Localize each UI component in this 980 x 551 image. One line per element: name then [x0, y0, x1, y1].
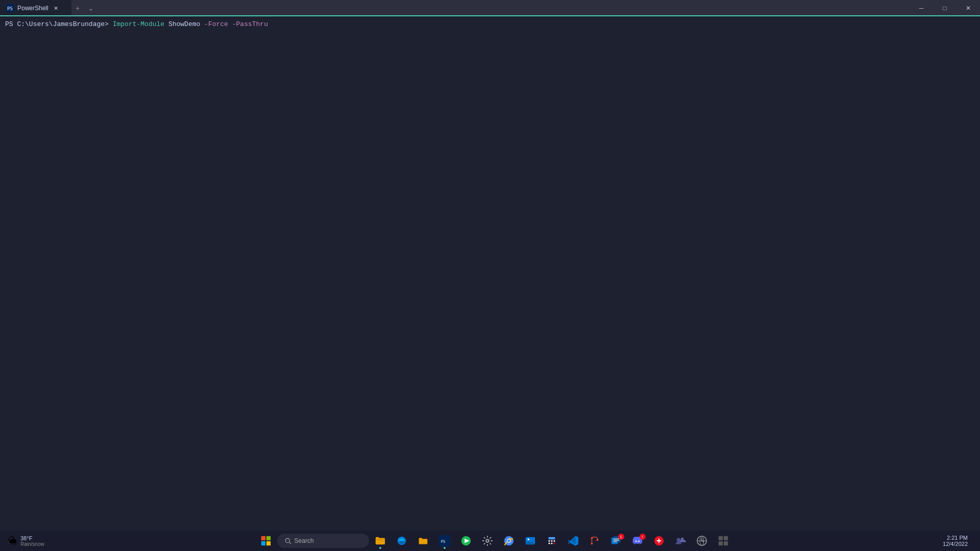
window-controls: ─ □ ✕ — [910, 0, 980, 16]
app-store-button[interactable] — [713, 532, 733, 550]
svg-point-29 — [596, 539, 598, 541]
svg-rect-43 — [723, 541, 727, 545]
weather-widget[interactable]: 🌦 38°F Rain/snow — [4, 535, 50, 547]
maximize-button[interactable]: □ — [933, 0, 957, 16]
active-tab[interactable]: PS PowerShell ✕ — [0, 0, 71, 16]
svg-rect-25 — [551, 543, 552, 544]
svg-rect-3 — [266, 536, 270, 540]
edge-browser-button[interactable] — [391, 532, 412, 550]
vscode-button[interactable] — [563, 532, 583, 550]
discord-button[interactable]: ! — [627, 532, 648, 550]
svg-rect-20 — [548, 537, 555, 540]
calculator-button[interactable] — [542, 532, 562, 550]
file-explorer-active-dot — [379, 547, 381, 549]
command-params: -Force -PassThru — [200, 20, 268, 28]
search-bar[interactable]: Search — [277, 534, 369, 548]
weather-temperature: 38°F — [20, 535, 44, 541]
outlook-badge: 1 — [618, 534, 624, 540]
active-tab-indicator — [0, 15, 980, 16]
file-explorer-button[interactable] — [370, 532, 390, 550]
svg-point-32 — [635, 541, 636, 542]
terminal-active-dot — [444, 547, 446, 549]
svg-rect-24 — [548, 543, 550, 544]
svg-rect-41 — [723, 536, 727, 540]
powershell-tab-icon: PS — [6, 4, 14, 12]
command-argument: ShowDemo — [164, 20, 200, 28]
chrome-browser-button[interactable] — [499, 532, 519, 550]
minimize-button[interactable]: ─ — [910, 0, 933, 16]
tab-title-label: PowerShell — [17, 5, 48, 12]
search-icon — [284, 537, 291, 544]
outlook-button[interactable]: 1 — [606, 532, 626, 550]
svg-rect-42 — [718, 541, 722, 545]
media-player-button[interactable] — [456, 532, 476, 550]
svg-point-33 — [638, 541, 640, 542]
clock-time: 2:21 PM — [947, 535, 968, 541]
svg-rect-26 — [553, 543, 555, 544]
photos-button[interactable] — [520, 532, 541, 550]
command-line: PS C:\Users\JamesBrundage> Import-Module… — [5, 20, 975, 28]
svg-point-36 — [676, 538, 680, 542]
clock-widget[interactable]: 2:21 PM 12/4/2022 — [939, 535, 972, 547]
prompt-path: C:\Users\JamesBrundage> — [17, 20, 108, 28]
svg-text:PS: PS — [440, 539, 445, 544]
svg-point-12 — [486, 539, 489, 542]
ps-label: PS — [5, 20, 13, 28]
git-button[interactable] — [584, 532, 605, 550]
new-tab-button[interactable]: + — [71, 0, 84, 16]
tab-close-button[interactable]: ✕ — [52, 4, 60, 13]
folder-button[interactable] — [413, 532, 433, 550]
svg-point-16 — [507, 539, 510, 542]
svg-rect-21 — [548, 540, 550, 542]
world-clock-button[interactable] — [692, 532, 712, 550]
svg-rect-22 — [551, 540, 552, 542]
svg-rect-5 — [266, 541, 270, 545]
terminal-area[interactable]: PS C:\Users\JamesBrundage> Import-Module… — [0, 16, 980, 531]
svg-point-28 — [591, 543, 593, 545]
clock-date: 12/4/2022 — [943, 541, 968, 547]
svg-rect-23 — [553, 540, 555, 542]
weather-icon: 🌦 — [8, 536, 17, 546]
command-keyword: Import-Module — [113, 20, 164, 28]
taskbar: 🌦 38°F Rain/snow Search — [0, 531, 980, 551]
tab-area: PS PowerShell ✕ + ⌄ — [0, 0, 910, 16]
weather-text: 38°F Rain/snow — [20, 535, 44, 547]
start-button[interactable] — [256, 532, 276, 550]
system-tray: 2:21 PM 12/4/2022 — [939, 535, 976, 547]
svg-text:PS: PS — [7, 6, 13, 11]
search-label: Search — [295, 537, 314, 544]
taskbar-center: Search PS — [50, 532, 939, 550]
tab-dropdown-button[interactable]: ⌄ — [84, 0, 98, 16]
close-window-button[interactable]: ✕ — [957, 0, 980, 16]
svg-rect-4 — [261, 541, 265, 545]
svg-rect-2 — [261, 536, 265, 540]
weather-condition: Rain/snow — [20, 541, 44, 547]
settings-button[interactable] — [477, 532, 498, 550]
terminal-taskbar-button[interactable]: PS — [434, 532, 455, 550]
app1-button[interactable] — [649, 532, 669, 550]
svg-line-7 — [289, 542, 290, 544]
svg-rect-40 — [718, 536, 722, 540]
svg-point-18 — [527, 538, 529, 540]
discord-badge: ! — [640, 534, 646, 540]
title-bar: PS PowerShell ✕ + ⌄ ─ □ ✕ — [0, 0, 980, 16]
teams-button[interactable] — [670, 532, 691, 550]
